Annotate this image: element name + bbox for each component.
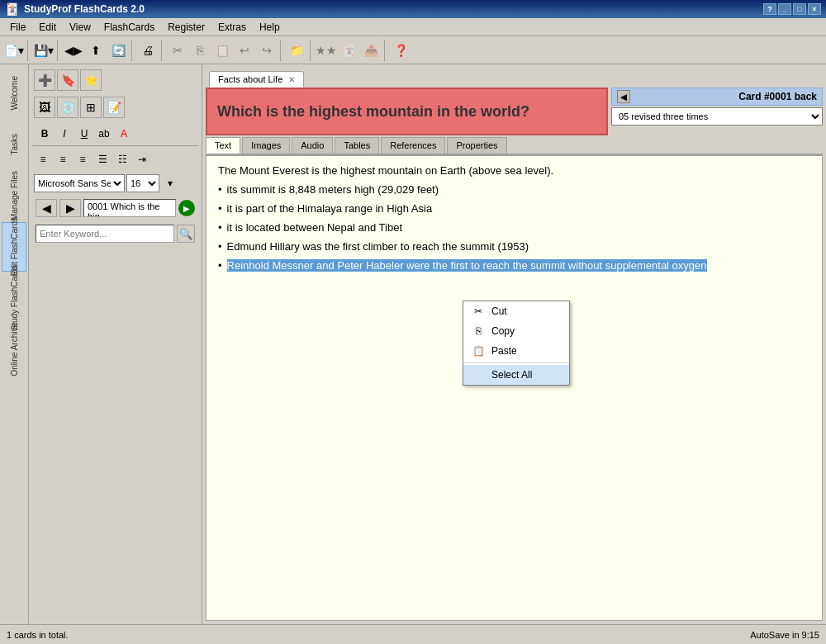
revision-select[interactable]: 05 revised three times [611,107,823,125]
sidebar-item-welcome[interactable]: Welcome [2,69,26,118]
bullet-text-1: its summit is 8,848 meters high (29,029 … [227,183,439,196]
toolbar-sync[interactable]: 🔄 [107,40,129,61]
toolbar-stars[interactable]: ★★ [316,40,337,61]
ctx-separator [463,362,569,363]
add-card-btn[interactable]: ➕ [34,69,55,91]
keyword-input[interactable] [36,225,174,243]
content-tab-references[interactable]: References [381,137,445,154]
menu-edit[interactable]: Edit [32,20,63,35]
nav-row: ◀ ▶ 0001 Which is the hig ▶ [32,197,198,220]
toolbar-cut[interactable]: ✂ [167,40,188,61]
toolbar-copy[interactable]: ⎘ [189,40,211,61]
ctx-copy[interactable]: ⎘ Copy [463,321,569,341]
toolbar-paste[interactable]: 📋 [211,40,233,61]
text-btn[interactable]: 📝 [103,97,125,118]
toolbar-dropdown1[interactable]: 📄▾ [3,40,25,61]
toolbar-card[interactable]: 🃏 [338,40,359,61]
align-left-btn[interactable]: ≡ [34,150,52,168]
sidebar-item-edit-flashcards[interactable]: Edit FlashCards [2,222,26,272]
toolbar-sep5 [280,40,283,61]
image-btn[interactable]: 🖼 [34,97,55,118]
close-btn[interactable]: × [808,3,821,15]
content-tab-properties[interactable]: Properties [447,137,506,154]
format-toolbar: B I U ab A [32,122,198,146]
copy-icon: ⎘ [472,325,485,337]
sidebar-item-tasks[interactable]: Tasks [2,120,26,169]
context-menu: ✂ Cut ⎘ Copy 📋 Paste Select All [463,301,570,386]
toolbar-back[interactable]: ◀▶ [63,40,84,61]
keyword-search-btn[interactable]: 🔍 [177,225,195,243]
prev-card-btn[interactable]: ◀ [36,199,57,217]
help-btn[interactable]: ? [763,3,776,15]
bullet-5: • Reinhold Messner and Peter Habeler wer… [218,259,810,272]
toolbar-sep6 [310,40,313,61]
toolbar-help[interactable]: ❓ [390,40,411,61]
ctx-cut[interactable]: ✂ Cut [463,301,569,321]
search-row: 🔍 [32,222,198,245]
bullet-list-btn[interactable]: ☰ [93,150,112,168]
bullet-1: • its summit is 8,848 meters high (29,02… [218,183,810,196]
align-center-btn[interactable]: ≡ [54,150,72,168]
menu-register[interactable]: Register [161,20,211,35]
bullet-icon-5: • [218,259,222,272]
statusbar: 1 cards in total. AutoSave in 9:15 [0,624,826,644]
bold-btn[interactable]: B [36,125,54,143]
menubar: File Edit View FlashCards Register Extra… [0,18,826,36]
table-btn[interactable]: ⊞ [80,97,102,118]
italic-btn[interactable]: I [55,125,74,143]
strikethrough-btn[interactable]: ab [95,125,113,143]
tab-close-btn[interactable]: ✕ [288,75,295,84]
audio-btn[interactable]: 💿 [57,97,78,118]
toolbar-dropdown2[interactable]: 💾▾ [33,40,55,61]
content-tab-images[interactable]: Images [242,137,290,154]
body-text: The Mount Everest is the highest mountai… [218,164,810,177]
num-list-btn[interactable]: ☷ [113,150,131,168]
menu-help[interactable]: Help [253,20,287,35]
ctx-select-all[interactable]: Select All [463,365,569,385]
toolbar-sep3 [131,40,135,61]
font-select[interactable]: Microsoft Sans Se [34,174,125,192]
sidebar-item-study-flashcards[interactable]: Study FlashCards [2,273,26,323]
toolbar-up[interactable]: ⬆ [85,40,107,61]
toolbar-undo[interactable]: ↩ [234,40,255,61]
toolbar-print[interactable]: 🖨 [137,40,159,61]
indent-btn[interactable]: ⇥ [133,150,151,168]
ctx-copy-label: Copy [491,325,515,337]
menu-extras[interactable]: Extras [211,20,253,35]
menu-view[interactable]: View [63,20,97,35]
card-nav-left[interactable]: ◀ [617,90,630,103]
menu-file[interactable]: File [3,20,32,35]
bullet-icon-2: • [218,202,222,215]
color-btn[interactable]: A [115,125,133,143]
play-btn[interactable]: ▶ [178,200,195,216]
star-btn[interactable]: ⭐ [80,69,102,91]
sidebar-label-manage-files: Manage Files [10,171,19,220]
size-select[interactable]: 16 [126,174,159,192]
revision-dropdown: 05 revised three times [611,107,823,125]
sidebar-item-online-archive[interactable]: Online Archive [2,324,26,374]
cut-icon: ✂ [472,305,485,317]
toolbar-folder[interactable]: 📁 [286,40,307,61]
underline-btn[interactable]: U [75,125,93,143]
bullet-text-2: it is part of the Himalaya range in High… [227,202,433,215]
sidebar-item-manage-files[interactable]: Manage Files [2,171,26,220]
toolbar-export[interactable]: 📤 [360,40,382,61]
ctx-paste[interactable]: 📋 Paste [463,341,569,361]
content-tab-tables[interactable]: Tables [335,137,379,154]
menu-flashcards[interactable]: FlashCards [97,20,161,35]
next-card-btn[interactable]: ▶ [59,199,81,217]
main-area: Welcome Tasks Manage Files Edit FlashCar… [0,64,826,624]
bullet-3: • it is located between Nepal and Tibet [218,221,810,234]
tab-facts-about-life[interactable]: Facts about Life ✕ [209,71,304,88]
toolbar-redo[interactable]: ↩ [256,40,278,61]
align-right-btn[interactable]: ≡ [74,150,92,168]
card-number-bar: ◀ Card #0001 back [611,88,823,106]
content-tab-text[interactable]: Text [206,137,240,154]
bookmark-btn[interactable]: 🔖 [57,69,78,91]
card-header: Which is the highest mountain in the wor… [206,88,823,135]
minimize-btn[interactable]: _ [778,3,791,15]
content-tab-audio[interactable]: Audio [292,137,333,154]
maximize-btn[interactable]: □ [793,3,806,15]
bullet-text-3: it is located between Nepal and Tibet [227,221,402,234]
decrease-size-btn[interactable]: ▾ [161,174,179,192]
